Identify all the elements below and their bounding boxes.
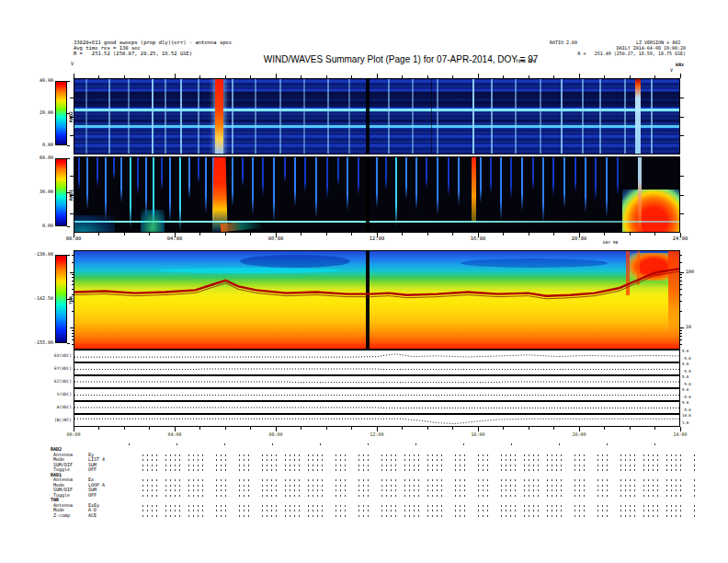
strip-label: EZ(VDC) [26,380,72,385]
green-blob [141,210,165,232]
axis-tick [529,75,529,78]
freq-minor-tick [72,289,74,290]
radio-burst-streak [78,157,80,190]
strip-right-tick-bottom: 1.0 [682,421,688,425]
y-minor-tick [680,213,684,214]
axis-tick [351,75,352,78]
strip-panel-6 [74,414,680,427]
radio-burst-streak [205,157,207,213]
freq-tick [680,327,684,328]
radio-burst-streak [232,157,233,206]
radio-burst-streak [472,79,474,154]
status-row-value: OFF [88,467,97,472]
axis-tick [402,427,403,430]
y-minor-tick [680,176,684,177]
panel-name-tnr: TNR [67,250,74,350]
radio-burst-streak [108,79,110,154]
intense-type3-burst [215,79,223,154]
axis-tick [452,75,453,78]
radio-burst-streak [376,157,378,208]
status-row-label: Z-comp [53,513,70,518]
radio-burst-streak [624,79,626,154]
rad1-spectrogram-panel [74,156,680,233]
strip-panel-4 [74,388,680,401]
strip-label: S(VDC) [26,393,72,397]
radio-burst-streak [198,79,199,154]
freq-minor-tick [72,277,74,278]
y-minor-tick [70,195,74,196]
time-tick-label: 24:00 [667,236,693,242]
data-gap-line [366,79,370,154]
freq-minor-tick [680,333,682,334]
radio-burst-streak [561,79,563,154]
strip-trace [74,389,679,400]
status-row-dots [133,489,696,491]
strip-right-tick-bottom: -5.0 [682,408,691,412]
y-minor-tick [70,213,74,214]
time-tick-label: 12:00 [364,236,390,242]
strip-label: EX(VDC) [26,354,72,359]
axis-tick [553,427,554,430]
radio-burst-streak [606,157,608,217]
strip-right-tick-top: 5.0 [682,362,688,366]
axis-tick [654,427,655,430]
radio-burst-streak [385,157,387,190]
time-tick-label: 20:00 [566,236,592,242]
strip-right-tick-bottom: -5.0 [682,383,691,386]
bottom-tick-label: 20:00 [566,432,592,437]
freq-minor-tick [72,284,74,285]
axis-tick [301,75,301,78]
radio-burst-streak [315,157,317,218]
axis-tick [250,75,251,78]
freq-minor-tick [680,281,682,282]
radio-burst-streak [279,79,281,154]
tnr-spectrogram-panel [74,250,680,350]
radio-burst-streak [437,157,438,215]
axis-tick [377,74,378,78]
freq-minor-tick [680,294,682,295]
radio-burst-streak [303,79,305,154]
red-burst [472,157,476,222]
status-row-dots [133,479,696,481]
freq-minor-tick [72,330,74,331]
colorbar-tick-label: -130.00 [18,252,53,257]
radio-burst-streak [542,157,544,223]
axis-tick [503,75,504,78]
freq-minor-tick [680,301,682,302]
y-minor-tick [70,117,74,118]
freq-minor-tick [680,311,682,312]
freq-minor-tick [72,255,74,256]
bottom-tick-label: 08:00 [263,432,289,437]
radio-burst-streak [180,79,182,154]
status-row-dots [133,459,696,461]
axis-tick [175,74,176,78]
axis-tick [225,427,226,430]
header-right-line3: R = 251.49 (250.27, 18.59, 18.75 GSE) [550,52,686,56]
colorbar-tick-label: 20.00 [18,110,53,115]
bright-burst [635,79,641,154]
y-minor-tick [680,135,684,136]
radio-burst-streak [130,157,131,228]
radio-burst-streak [599,79,601,154]
strip-label: A(VDC) [26,406,72,410]
radio-burst-streak [337,157,339,186]
freq-unit-label: kHz [676,63,684,67]
axis-tick [124,233,125,236]
radio-burst-streak [347,157,348,211]
radio-burst-streak [426,157,427,189]
rad2-spectrogram-panel [74,78,680,155]
axis-tick [427,75,428,78]
radio-burst-streak [294,157,296,206]
freq-minor-tick [72,333,74,334]
strip-trace [74,363,679,374]
radio-burst-streak [327,79,329,154]
status-row-dots [133,469,696,471]
strip-trace [74,376,679,387]
radio-burst-streak [326,157,328,199]
header-right-line1a: RATIO 2.60 [550,40,577,45]
freq-tick [680,272,684,273]
radio-burst-streak [510,157,512,199]
time-tick-label: 16:00 [465,236,491,242]
status-row-dots [133,505,696,507]
axis-tick [199,75,200,78]
